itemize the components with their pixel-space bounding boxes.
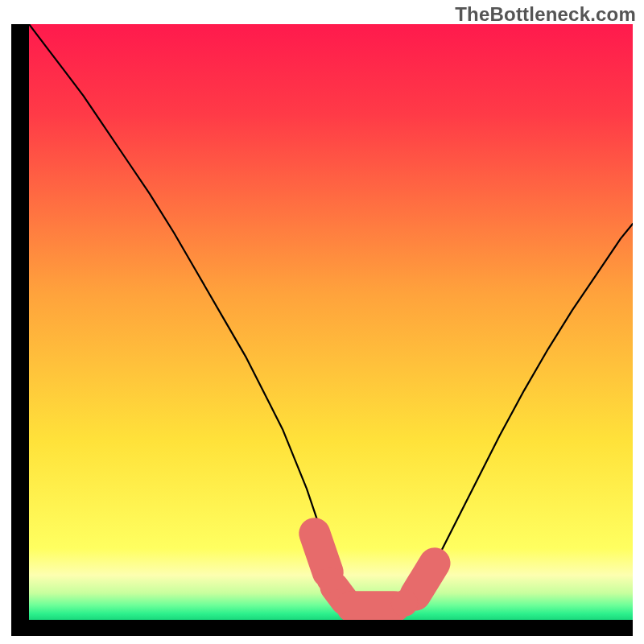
marker-capsule: [415, 564, 435, 595]
plot-svg: [29, 24, 633, 620]
watermark-text: TheBottleneck.com: [455, 3, 636, 26]
background-rect: [29, 24, 633, 620]
plot-frame: [11, 24, 633, 636]
plot-area: [29, 24, 633, 620]
marker-dot: [391, 590, 418, 617]
marker-capsule: [315, 534, 328, 572]
page-root: TheBottleneck.com: [0, 0, 644, 644]
marker-dot: [317, 568, 343, 593]
